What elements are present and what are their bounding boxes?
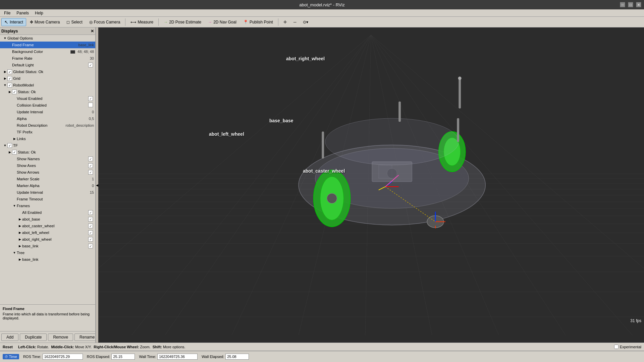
menu-file[interactable]: File: [1, 10, 13, 16]
remove-button[interactable]: Remove: [48, 334, 73, 341]
reset-button[interactable]: Reset: [3, 345, 13, 349]
expand-tree-section-icon[interactable]: ▼: [12, 250, 17, 255]
tree-row-fixed-frame[interactable]: Fixed Frame base_link: [0, 42, 95, 48]
tree-row-frame-rate[interactable]: Frame Rate 30: [0, 55, 95, 62]
tree-row-show-arrows[interactable]: Show Arrows ✓: [0, 169, 95, 176]
toolbar-interact-button[interactable]: ↖ Interact: [1, 18, 26, 26]
background-color-swatch[interactable]: [70, 50, 75, 54]
tree-row-abot-base[interactable]: ▶ abot_base ✓: [0, 216, 95, 223]
expand-base-link-frame-icon[interactable]: ▶: [17, 244, 22, 248]
tree-row-robot-description[interactable]: Robot Description robot_description: [0, 122, 95, 129]
tree-row-abot-left-wheel[interactable]: ▶ abot_left_wheel ✓: [0, 229, 95, 236]
rename-button[interactable]: Rename: [74, 334, 96, 341]
expand-tf-icon[interactable]: ▼: [3, 143, 7, 148]
tree-row-update-interval-robot[interactable]: Update Interval 0: [0, 109, 95, 115]
toolbar-pose-estimate-button[interactable]: → 2D Pose Estimate: [161, 18, 204, 26]
expand-abot-base-icon[interactable]: ▶: [17, 217, 22, 222]
tree-row-frames[interactable]: ▼ Frames: [0, 202, 95, 209]
tree-row-tf[interactable]: ▼ ✓ TF: [0, 142, 95, 149]
default-light-checkbox[interactable]: ✓: [88, 63, 95, 67]
show-names-check[interactable]: ✓: [88, 157, 93, 161]
toolbar-minus-button[interactable]: ─: [290, 18, 300, 26]
tree-row-all-enabled[interactable]: All Enabled ✓: [0, 209, 95, 216]
visual-enabled-check[interactable]: ✓: [88, 96, 93, 101]
add-button[interactable]: Add: [1, 334, 18, 341]
abot-left-check[interactable]: ✓: [88, 230, 93, 235]
show-axes-check[interactable]: ✓: [88, 163, 93, 168]
abot-base-check[interactable]: ✓: [88, 217, 93, 222]
tree-row-robotmodel[interactable]: ▼ ✓ RobotModel: [0, 82, 95, 88]
minimize-button[interactable]: ─: [620, 2, 625, 7]
tree-row-frame-timeout[interactable]: Frame Timeout: [0, 196, 95, 202]
close-button[interactable]: ✕: [636, 2, 641, 7]
tree-row-background-color[interactable]: Background Color 48; 48; 48: [0, 48, 95, 55]
expand-tf-status-icon[interactable]: ▶: [7, 150, 12, 155]
wall-elapsed-input[interactable]: [225, 354, 249, 360]
expand-abot-right-icon[interactable]: ▶: [17, 237, 22, 242]
expand-abot-left-icon[interactable]: ▶: [17, 230, 22, 235]
tree-row-tree-section[interactable]: ▼ Tree: [0, 249, 95, 256]
toolbar-camera-button[interactable]: ⊙▾: [300, 18, 311, 26]
tree-row-marker-scale[interactable]: Marker Scale 1: [0, 176, 95, 182]
tree-row-marker-alpha[interactable]: Marker Alpha 0: [0, 182, 95, 189]
menu-help[interactable]: Help: [32, 10, 46, 16]
menu-panels[interactable]: Panels: [14, 10, 32, 16]
tree-row-update-interval-tf[interactable]: Update Interval 15: [0, 189, 95, 196]
all-enabled-check[interactable]: ✓: [88, 210, 93, 215]
collision-enabled-check[interactable]: [88, 103, 93, 107]
tree-area[interactable]: ▼ Global Options Fixed Frame base_link B…: [0, 35, 95, 304]
tree-row-show-axes[interactable]: Show Axes ✓: [0, 162, 95, 169]
robotmodel-check[interactable]: ✓: [7, 83, 12, 87]
experimental-check-input[interactable]: [614, 345, 619, 349]
tree-row-global-options[interactable]: ▼ Global Options: [0, 35, 95, 42]
robot-status-check[interactable]: ✓: [12, 89, 17, 94]
tf-check[interactable]: ✓: [7, 143, 12, 148]
viewport[interactable]: abot_right_wheel abot_left_wheel base_ba…: [98, 27, 644, 343]
tree-row-visual-enabled[interactable]: Visual Enabled ✓: [0, 95, 95, 102]
ros-elapsed-input[interactable]: [111, 354, 135, 360]
toolbar-select-button[interactable]: ◻ Select: [63, 18, 85, 26]
tree-row-abot-caster-wheel[interactable]: ▶ abot_caster_wheel ✓: [0, 223, 95, 229]
wall-time-input[interactable]: [157, 354, 198, 360]
toolbar-crosshair-button[interactable]: ✛: [280, 18, 290, 26]
tree-row-show-names[interactable]: Show Names ✓: [0, 156, 95, 162]
abot-caster-check[interactable]: ✓: [88, 224, 93, 228]
tree-row-collision-enabled[interactable]: Collision Enabled: [0, 102, 95, 109]
tree-row-base-link-frame[interactable]: ▶ base_link ✓: [0, 243, 95, 249]
toolbar-move-camera-button[interactable]: ✥ Move Camera: [27, 18, 63, 26]
tree-row-grid[interactable]: ▶ ✓ Grid: [0, 75, 95, 82]
panel-collapse-handle[interactable]: ◀: [96, 27, 98, 343]
tree-row-tf-status[interactable]: ▶ ✓ Status: Ok: [0, 149, 95, 156]
expand-frames-icon[interactable]: ▼: [12, 203, 17, 208]
default-light-check-icon[interactable]: ✓: [88, 63, 93, 67]
experimental-checkbox[interactable]: Experimental: [614, 345, 641, 349]
base-link-frame-check[interactable]: ✓: [88, 244, 93, 248]
ros-time-input[interactable]: [43, 354, 83, 360]
tree-row-default-light[interactable]: Default Light ✓: [0, 62, 95, 68]
show-arrows-check[interactable]: ✓: [88, 170, 93, 175]
expand-links-icon[interactable]: ▶: [12, 136, 17, 141]
tree-row-base-link-tree[interactable]: ▶ base_link: [0, 256, 95, 263]
tree-row-abot-right-wheel[interactable]: ▶ abot_right_wheel ✓: [0, 236, 95, 243]
tree-row-robot-status[interactable]: ▶ ✓ Status: Ok: [0, 88, 95, 95]
toolbar-focus-camera-button[interactable]: ◎ Focus Camera: [86, 18, 123, 26]
expand-global-status-icon[interactable]: ▶: [3, 69, 7, 74]
tf-status-check[interactable]: ✓: [12, 150, 17, 155]
abot-right-check[interactable]: ✓: [88, 237, 93, 242]
tree-row-links[interactable]: ▶ Links: [0, 135, 95, 142]
global-status-check[interactable]: ✓: [7, 69, 12, 74]
grid-check[interactable]: ✓: [7, 76, 12, 81]
duplicate-button[interactable]: Duplicate: [20, 334, 47, 341]
expand-base-link-tree-icon[interactable]: ▶: [17, 257, 22, 262]
toolbar-nav-goal-button[interactable]: → 2D Nav Goal: [205, 18, 239, 26]
maximize-button[interactable]: □: [628, 2, 633, 7]
expand-robotmodel-icon[interactable]: ▼: [3, 83, 7, 87]
tree-row-alpha[interactable]: Alpha 0,5: [0, 115, 95, 122]
expand-abot-caster-icon[interactable]: ▶: [17, 224, 22, 228]
expand-global-options-icon[interactable]: ▼: [3, 36, 7, 41]
tree-row-tf-prefix[interactable]: TF Prefix: [0, 129, 95, 135]
toolbar-measure-button[interactable]: ⟷ Measure: [127, 18, 156, 26]
tree-row-global-status[interactable]: ▶ ✓ Global Status: Ok: [0, 68, 95, 75]
displays-close-icon[interactable]: ✕: [91, 29, 94, 34]
expand-robot-status-icon[interactable]: ▶: [7, 89, 12, 94]
